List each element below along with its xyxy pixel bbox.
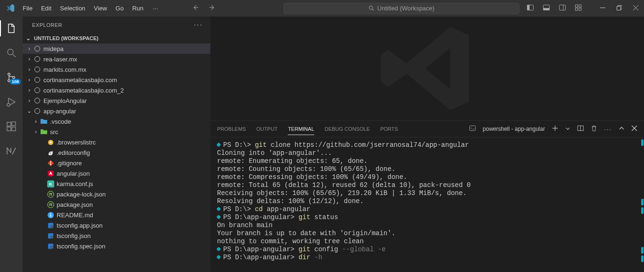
tree-item-label: cortinasmetalicasbajio.com [43, 76, 117, 84]
svg-rect-13 [617, 7, 621, 10]
menu-view[interactable]: View [90, 3, 111, 14]
panel-tab-terminal[interactable]: TERMINAL [288, 123, 314, 135]
layout-panel-icon[interactable] [543, 4, 550, 13]
file-tsconfig-app-json[interactable]: tsconfig.app.json [23, 220, 210, 230]
terminal-line: Receiving objects: 100% (65/65), 219.20 … [217, 189, 637, 197]
activity-source-control[interactable]: 108 [0, 69, 23, 85]
terminal-line: remote: Total 65 (delta 12), reused 62 (… [217, 181, 637, 189]
angular-icon [46, 170, 55, 177]
tree-item-label: src [50, 128, 58, 136]
menu-selection[interactable]: Selection [56, 3, 89, 14]
activity-run-debug[interactable] [0, 94, 23, 110]
terminal-dropdown-icon[interactable] [565, 126, 570, 133]
search-icon [368, 5, 375, 11]
folder-green-icon [40, 128, 48, 135]
npm-icon [46, 201, 55, 208]
info-icon [46, 212, 55, 219]
terminal-scroll-marker [641, 247, 644, 254]
circle-icon [33, 87, 42, 93]
folder-src[interactable]: ›src [23, 127, 210, 137]
circle-icon [33, 77, 42, 83]
menu-go[interactable]: Go [112, 3, 127, 14]
menu-edit[interactable]: Edit [37, 3, 55, 14]
activity-search[interactable] [0, 45, 23, 61]
vscode-watermark-icon [376, 17, 479, 120]
file-angular-json[interactable]: angular.json [23, 168, 210, 178]
activity-extensions[interactable] [0, 119, 23, 135]
terminal-shell-label[interactable]: powershell - app-angular [483, 126, 545, 132]
terminal-scroll-marker [641, 199, 644, 205]
workspace-section-header[interactable]: ⌄ UNTITLED (WORKSPACE) [23, 33, 210, 43]
file-tsconfig-spec-json[interactable]: tsconfig.spec.json [23, 241, 210, 251]
explorer-more-icon[interactable]: ··· [194, 21, 203, 29]
nav-forward-icon[interactable] [208, 4, 216, 13]
tree-item-label: .gitignore [57, 160, 82, 167]
file-karma-conf-js[interactable]: Kkarma.conf.js [23, 178, 210, 189]
folder-cortinasmetalicasbajio-com-2[interactable]: ›cortinasmetalicasbajio.com_2 [23, 85, 210, 95]
panel-more-icon[interactable]: ··· [604, 126, 612, 133]
svg-point-28 [50, 153, 50, 153]
panel-tab-debug-console[interactable]: DEBUG CONSOLE [325, 123, 370, 135]
file-tsconfig-json[interactable]: tsconfig.json [23, 230, 210, 241]
activity-nx-icon[interactable] [0, 143, 23, 159]
svg-rect-25 [12, 122, 16, 126]
folder-app-angular[interactable]: ⌄app-angular [23, 106, 210, 116]
terminal-line: remote: Enumerating objects: 65, done. [217, 157, 637, 165]
menu-run[interactable]: Run [128, 3, 147, 14]
folder-midepa[interactable]: ›midepa [23, 43, 210, 54]
layout-sidebar-left-icon[interactable] [527, 4, 534, 13]
file--gitignore[interactable]: .gitignore [23, 158, 210, 168]
window-maximize-icon[interactable] [617, 5, 622, 12]
svg-rect-8 [576, 5, 578, 7]
terminal-line: Your branch is up to date with 'origin/m… [217, 230, 637, 238]
command-center-text: Untitled (Workspace) [377, 5, 435, 12]
svg-point-34 [47, 191, 53, 197]
file--editorconfig[interactable]: .editorconfig [23, 147, 210, 158]
tree-item-label: .browserslistrc [57, 139, 96, 146]
svg-rect-24 [12, 127, 16, 131]
folder-cortinasmetalicasbajio-com[interactable]: ›cortinasmetalicasbajio.com [23, 75, 210, 85]
terminal-line: PS D:\> cd app-angular [217, 205, 637, 213]
customize-layout-icon[interactable] [575, 4, 582, 13]
folder--vscode[interactable]: ›.vscode [23, 116, 210, 127]
panel-tab-output[interactable]: OUTPUT [256, 123, 277, 135]
tree-item-label: cortinasmetalicasbajio.com_2 [43, 87, 124, 94]
workspace-section-label: UNTITLED (WORKSPACE) [34, 35, 99, 41]
panel-tab-ports[interactable]: PORTS [380, 123, 398, 135]
source-control-badge: 108 [10, 79, 21, 85]
file-readme-md[interactable]: README.md [23, 210, 210, 220]
activity-explorer[interactable] [0, 20, 23, 36]
file-package-json[interactable]: package.json [23, 199, 210, 210]
new-terminal-icon[interactable] [552, 125, 559, 133]
file-tree: ›midepa›rea-laser.mx›markits.com.mx›cort… [23, 43, 210, 272]
npm-icon [46, 191, 55, 198]
layout-sidebar-right-icon[interactable] [559, 4, 566, 13]
window-close-icon[interactable] [633, 5, 638, 12]
window-minimize-icon[interactable] [600, 5, 605, 12]
menu-file[interactable]: File [19, 3, 36, 14]
file-package-lock-json[interactable]: package-lock.json [23, 189, 210, 199]
folder-markits-com-mx[interactable]: ›markits.com.mx [23, 64, 210, 75]
nav-back-icon[interactable] [192, 4, 200, 13]
command-center[interactable]: Untitled (Workspace) [284, 3, 519, 14]
terminal-scroll-marker [641, 255, 644, 262]
tree-item-label: tsconfig.json [57, 232, 91, 239]
folder-rea-laser-mx[interactable]: ›rea-laser.mx [23, 54, 210, 64]
svg-rect-3 [527, 5, 530, 10]
panel-close-icon[interactable] [631, 125, 637, 133]
tsconfig-icon [46, 232, 55, 239]
kill-terminal-icon[interactable] [591, 125, 597, 133]
bottom-panel: PROBLEMSOUTPUTTERMINALDEBUG CONSOLEPORTS… [210, 120, 644, 272]
split-terminal-icon[interactable] [577, 125, 584, 133]
menu-overflow-icon[interactable]: ··· [149, 3, 162, 14]
svg-rect-37 [50, 214, 51, 217]
editorconfig-icon [46, 149, 55, 156]
tree-item-label: app-angular [43, 108, 76, 115]
panel-maximize-icon[interactable] [619, 125, 625, 133]
panel-tab-problems[interactable]: PROBLEMS [217, 123, 246, 135]
folder-ejemploangular[interactable]: ›EjemploAngular [23, 95, 210, 106]
explorer-title: EXPLORER [32, 22, 62, 28]
vscode-logo-icon [4, 4, 17, 12]
terminal-output[interactable]: PS D:\> git clone https://github.com/jse… [210, 137, 644, 272]
file--browserslistrc[interactable]: .browserslistrc [23, 137, 210, 147]
